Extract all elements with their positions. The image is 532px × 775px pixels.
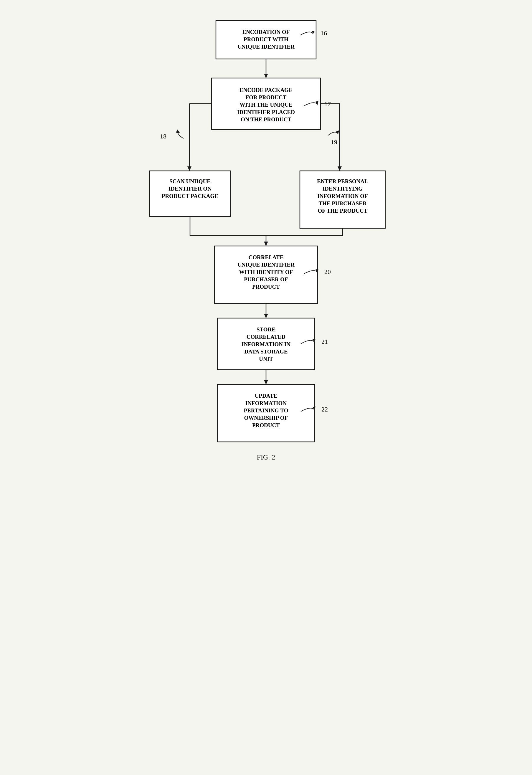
svg-text:UNIT: UNIT bbox=[259, 356, 273, 362]
flowchart-svg: ENCODATION OF PRODUCT WITH UNIQUE IDENTI… bbox=[133, 12, 399, 748]
svg-text:ENTER PERSONAL: ENTER PERSONAL bbox=[317, 178, 368, 184]
svg-text:18: 18 bbox=[160, 132, 166, 140]
svg-text:WITH IDENTITY OF: WITH IDENTITY OF bbox=[239, 269, 293, 275]
svg-text:16: 16 bbox=[321, 29, 327, 37]
svg-text:FIG. 2: FIG. 2 bbox=[257, 453, 276, 461]
svg-marker-20 bbox=[176, 130, 180, 133]
svg-text:DATA STORAGE: DATA STORAGE bbox=[244, 348, 288, 355]
svg-text:INFORMATION: INFORMATION bbox=[245, 400, 287, 406]
svg-text:UPDATE: UPDATE bbox=[255, 393, 278, 399]
svg-text:PURCHASER OF: PURCHASER OF bbox=[244, 276, 288, 282]
svg-text:21: 21 bbox=[322, 338, 328, 345]
svg-text:THE PURCHASER: THE PURCHASER bbox=[319, 200, 367, 206]
svg-text:PRODUCT WITH: PRODUCT WITH bbox=[243, 36, 289, 42]
svg-marker-7 bbox=[264, 74, 268, 78]
svg-text:PRODUCT: PRODUCT bbox=[252, 284, 280, 290]
svg-text:PRODUCT: PRODUCT bbox=[252, 422, 280, 428]
diagram-container: ENCODATION OF PRODUCT WITH UNIQUE IDENTI… bbox=[133, 12, 399, 749]
svg-text:CORRELATED: CORRELATED bbox=[246, 334, 286, 340]
svg-text:INFORMATION OF: INFORMATION OF bbox=[317, 193, 368, 199]
svg-text:SCAN UNIIQUE: SCAN UNIIQUE bbox=[169, 178, 210, 184]
svg-text:ENCODATION OF: ENCODATION OF bbox=[242, 29, 290, 35]
svg-marker-61 bbox=[264, 380, 268, 384]
svg-text:OWNERSHIP OF: OWNERSHIP OF bbox=[244, 415, 288, 421]
svg-text:CORRELATE: CORRELATE bbox=[248, 254, 284, 260]
svg-text:UNIQUE IDENTIFIER: UNIQUE IDENTIFIER bbox=[237, 44, 295, 50]
svg-text:20: 20 bbox=[324, 268, 331, 275]
svg-text:IDENTIFIER ON: IDENTIFIER ON bbox=[168, 185, 211, 192]
svg-text:PERTAINING TO: PERTAINING TO bbox=[244, 408, 289, 414]
svg-text:FOR PRODUCT: FOR PRODUCT bbox=[246, 94, 287, 100]
svg-text:IDENTIFIYING: IDENTIFIYING bbox=[323, 185, 363, 192]
svg-text:IDENTIFIER PLACED: IDENTIFIER PLACED bbox=[237, 109, 295, 115]
svg-text:INFORMATION IN: INFORMATION IN bbox=[241, 341, 291, 347]
svg-text:ON THE PRODUCT: ON THE PRODUCT bbox=[241, 116, 291, 122]
svg-marker-51 bbox=[264, 314, 268, 318]
svg-marker-19 bbox=[187, 166, 191, 171]
svg-text:ENCODE PACKAGE: ENCODE PACKAGE bbox=[239, 87, 293, 93]
svg-text:WITH THE UNIQUE: WITH THE UNIQUE bbox=[239, 102, 292, 108]
svg-text:PRODUCT PACKAGE: PRODUCT PACKAGE bbox=[162, 193, 218, 199]
svg-text:UNIQUE IDENTIFIER: UNIQUE IDENTIFIER bbox=[237, 261, 295, 268]
svg-marker-41 bbox=[264, 241, 268, 246]
diagram-wrapper: ENCODATION OF PRODUCT WITH UNIQUE IDENTI… bbox=[133, 12, 399, 749]
svg-marker-28 bbox=[338, 166, 342, 171]
svg-text:OF THE PRODUCT: OF THE PRODUCT bbox=[318, 208, 368, 214]
svg-text:STORE: STORE bbox=[256, 326, 276, 332]
svg-text:22: 22 bbox=[322, 406, 328, 413]
svg-text:19: 19 bbox=[331, 138, 337, 146]
